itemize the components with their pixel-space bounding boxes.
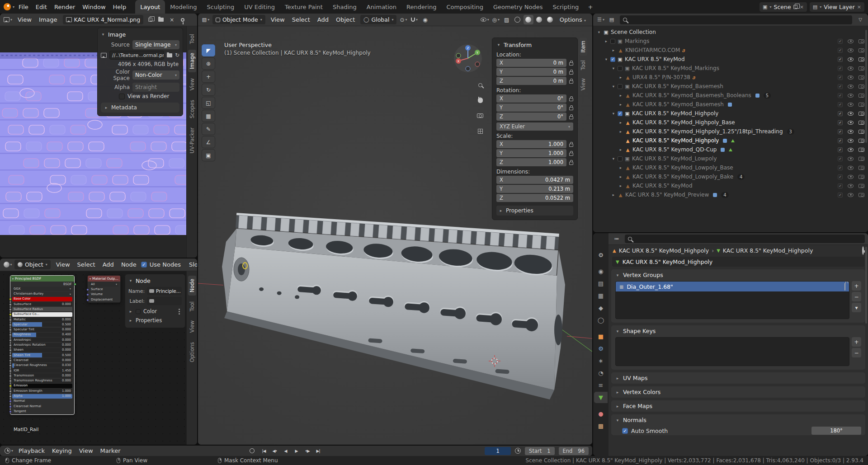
perspective-toggle-button[interactable] — [475, 126, 486, 136]
source-dropdown[interactable]: Single Image▾ — [132, 40, 179, 49]
properties-tab[interactable]: ▦ — [594, 290, 608, 301]
hide-in-viewport-toggle[interactable] — [848, 121, 854, 125]
scene-selector[interactable]: ▣▾ Scene × — [760, 2, 807, 12]
transport-button[interactable]: |◀ — [259, 446, 269, 455]
hide-in-viewport-toggle[interactable] — [848, 48, 854, 52]
selectable-checkbox[interactable] — [838, 174, 843, 179]
tool-button[interactable]: ▦ — [202, 110, 215, 122]
expand-icon[interactable]: ▾ — [597, 30, 601, 34]
collection-checkbox[interactable] — [618, 66, 623, 71]
sidebar-tab[interactable]: View — [188, 317, 196, 336]
shading-rendered-button[interactable] — [545, 15, 555, 24]
zoom-button[interactable] — [475, 80, 486, 90]
image-panel-header[interactable]: ▾ Image — [101, 30, 179, 39]
collapse-icon[interactable]: ▾ — [12, 277, 14, 280]
panel-header[interactable]: ▸Vertex Colors — [611, 387, 865, 397]
value-field[interactable]: Y0.213 m — [496, 185, 573, 193]
transport-button[interactable]: ▶| — [313, 446, 323, 455]
selectable-checkbox[interactable] — [838, 66, 843, 71]
properties-tab[interactable]: ▩ — [594, 420, 608, 432]
menu-dots-icon[interactable] — [179, 311, 180, 312]
add-vertex-group-button[interactable]: + — [852, 281, 861, 291]
disable-in-renders-toggle[interactable] — [859, 112, 864, 116]
node-input-row[interactable]: Specular 0.500 — [12, 322, 72, 327]
browse-file-icon[interactable] — [167, 53, 172, 57]
menu-item[interactable]: Marker — [97, 446, 124, 456]
expand-icon[interactable]: ▾ — [611, 66, 616, 70]
lock-icon[interactable] — [844, 283, 845, 291]
properties-subpanel-header[interactable]: ▸Properties — [496, 206, 573, 216]
panel-header[interactable]: ▾Normals — [611, 415, 865, 425]
sidebar-tab[interactable]: Node — [188, 276, 196, 296]
sidebar-tab[interactable]: Item — [579, 38, 587, 56]
sidebar-tab[interactable]: Image — [188, 50, 196, 72]
collection-checkbox[interactable] — [610, 39, 615, 44]
collection-checkbox[interactable] — [610, 57, 615, 62]
properties-tab[interactable]: ◉ — [594, 266, 608, 277]
navigation-gizmo[interactable]: Z Y X — [453, 43, 483, 73]
outliner-row[interactable]: ▸ KNIGHTARMCO.COM a — [593, 46, 868, 55]
selectable-checkbox[interactable] — [838, 183, 843, 188]
sidebar-tab[interactable]: UV-Packer — [188, 124, 196, 157]
outliner-row[interactable]: ▸ KAC URX 8.5" Keymod_Highpoly_1.25"/18t… — [593, 127, 868, 136]
node-input-row[interactable]: Surface — [90, 287, 118, 292]
properties-tab[interactable]: ▼ — [594, 392, 608, 403]
unlink-image-button[interactable]: × — [167, 15, 177, 24]
color-panel-header[interactable]: ▸ Color — [128, 307, 182, 316]
lock-icon[interactable] — [569, 144, 573, 147]
sidebar-tab[interactable]: Scopes — [188, 97, 196, 122]
node-input-row[interactable]: Subsurface Co... — [12, 312, 72, 317]
image-datablock-selector[interactable]: KAC URX 4_Normal.png — [63, 15, 144, 24]
browse-image-icon[interactable] — [66, 17, 72, 22]
disable-in-renders-toggle[interactable] — [859, 184, 864, 188]
workspace-tab[interactable]: Scripting — [548, 0, 584, 14]
transform-panel-header[interactable]: ▾Transform — [496, 40, 573, 49]
collection-checkbox[interactable] — [618, 111, 623, 116]
node-input-row[interactable]: Sheen Tint 0.500 — [12, 353, 72, 357]
node-input-row[interactable]: Clearcoat Roughness 0.030 — [12, 363, 72, 368]
pin-id-button[interactable] — [862, 246, 864, 255]
disable-in-renders-toggle[interactable] — [859, 94, 864, 98]
open-image-button[interactable] — [156, 15, 166, 24]
menu-item[interactable]: Node — [118, 260, 140, 269]
hide-in-viewport-toggle[interactable] — [848, 184, 854, 188]
show-gizmo-dropdown[interactable]: ▾ — [480, 15, 490, 24]
image-editor-canvas[interactable]: ▾ Image Source Single Image▾ //..\Textur… — [0, 26, 197, 258]
hide-in-viewport-toggle[interactable] — [848, 112, 854, 116]
menu-item[interactable]: View — [52, 260, 74, 269]
auto-keying-toggle[interactable] — [250, 448, 255, 453]
workspace-tab[interactable]: Texture Paint — [280, 0, 328, 14]
node-panel-header[interactable]: ▾ Node — [128, 276, 182, 285]
tool-button[interactable]: ∠ — [202, 136, 215, 148]
outliner-row[interactable]: KAC URX 8.5" KeyMod_Highpoly — [593, 136, 868, 145]
expand-icon[interactable]: ▸ — [618, 174, 623, 179]
panel-header[interactable]: ▸Face Maps — [611, 401, 865, 411]
expand-icon[interactable]: ▾ — [611, 111, 616, 116]
alpha-dropdown[interactable]: Straight — [132, 83, 179, 92]
add-shape-key-button[interactable]: + — [852, 337, 861, 347]
expand-icon[interactable]: ▸ — [618, 93, 623, 98]
expand-icon[interactable]: ▾ — [611, 156, 616, 161]
selectable-checkbox[interactable] — [838, 147, 843, 152]
selectable-checkbox[interactable] — [838, 57, 843, 62]
workspace-tab[interactable]: Layout — [135, 0, 165, 14]
menu-item[interactable]: Select — [74, 260, 99, 269]
node-input-row[interactable]: Anisotropic 0.000 — [12, 338, 72, 342]
mode-dropdown[interactable]: Object Mode▾ — [212, 15, 265, 24]
lock-icon[interactable] — [569, 116, 573, 119]
shading-wireframe-button[interactable] — [513, 15, 523, 24]
hide-in-viewport-toggle[interactable] — [848, 75, 854, 80]
viewport-canvas[interactable]: User Perspective (1) Scene Collection | … — [198, 26, 592, 445]
hide-in-viewport-toggle[interactable] — [848, 148, 854, 152]
sidebar-tab[interactable]: Tool — [188, 31, 196, 47]
disable-in-renders-toggle[interactable] — [859, 57, 864, 61]
node-header[interactable]: ▾ Material Output — [88, 276, 120, 282]
node-input-row[interactable]: Clearcoat 0.000 — [12, 358, 72, 362]
transport-button[interactable]: •▶ — [302, 446, 312, 455]
disable-in-renders-toggle[interactable] — [859, 193, 864, 197]
expand-icon[interactable]: ▸ — [611, 193, 616, 197]
outliner-row[interactable]: ▾ KAC URX 8.5" KeyMod_Lowpoly — [593, 154, 868, 163]
node-input-row[interactable]: Alpha 1.000 — [12, 394, 72, 399]
hide-in-viewport-toggle[interactable] — [848, 57, 854, 61]
vertex-group-specials-button[interactable]: ▾ — [852, 303, 861, 312]
